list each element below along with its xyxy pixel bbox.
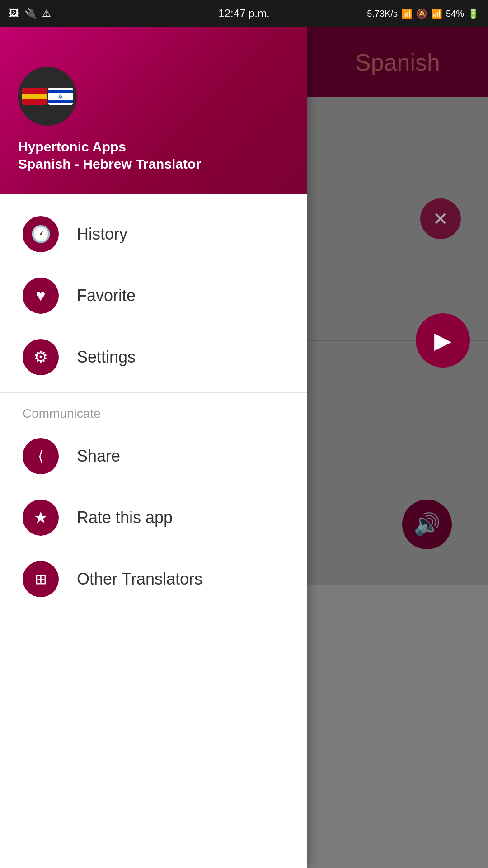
status-bar: 🖼 🔌 ⚠ 12:47 p.m. 5.73K/s 📶 🔕 📶 54% 🔋: [0, 0, 488, 27]
history-label: History: [77, 225, 127, 244]
flag-stripe-bottom: [48, 100, 73, 103]
play-button[interactable]: ▶: [416, 313, 470, 368]
favorite-icon: ♥: [23, 278, 59, 314]
other-translators-label: Other Translators: [77, 570, 202, 589]
hebrew-flag: ✡: [48, 88, 73, 105]
history-icon: 🕐: [23, 216, 59, 252]
menu-divider: [0, 392, 307, 393]
alert-icon: ⚠: [42, 8, 51, 19]
wifi-icon: 📶: [401, 8, 413, 19]
favorite-label: Favorite: [77, 286, 136, 305]
app-logo: ✡: [18, 67, 77, 126]
network-speed: 5.73K/s: [367, 9, 398, 19]
drawer-app-info: Hypertonic Apps Spanish - Hebrew Transla…: [18, 139, 289, 172]
menu-item-other-translators[interactable]: ⊞ Other Translators: [0, 548, 307, 610]
usb-icon: 🔌: [24, 8, 37, 19]
status-time: 12:47 p.m.: [218, 7, 269, 20]
status-right-icons: 5.73K/s 📶 🔕 📶 54% 🔋: [367, 8, 479, 19]
communicate-section-label: Communicate: [0, 397, 307, 425]
navigation-drawer: ✡ Hypertonic Apps Spanish - Hebrew Trans…: [0, 27, 307, 868]
rate-icon: ★: [23, 500, 59, 536]
signal-icon: 📶: [431, 8, 442, 19]
star-of-david: ✡: [58, 93, 63, 100]
share-label: Share: [77, 447, 120, 466]
battery-percent: 54%: [446, 9, 464, 19]
share-icon: ⟨: [23, 438, 59, 474]
drawer-menu: 🕐 History ♥ Favorite ⚙ Settings Communic…: [0, 194, 307, 868]
menu-item-settings[interactable]: ⚙ Settings: [0, 326, 307, 388]
status-left-icons: 🖼 🔌 ⚠: [9, 8, 51, 19]
main-container: Spanish ✕ ▶ 🔊: [0, 27, 488, 868]
flag-stripe-top: [48, 90, 73, 93]
rate-label: Rate this app: [77, 508, 173, 527]
image-icon: 🖼: [9, 8, 19, 19]
logo-flags: ✡: [18, 67, 77, 126]
company-name: Hypertonic Apps: [18, 139, 289, 155]
menu-item-rate[interactable]: ★ Rate this app: [0, 487, 307, 548]
menu-item-history[interactable]: 🕐 History: [0, 203, 307, 265]
settings-label: Settings: [77, 348, 136, 367]
app-name: Spanish - Hebrew Translator: [18, 156, 289, 172]
settings-icon: ⚙: [23, 339, 59, 375]
menu-item-share[interactable]: ⟨ Share: [0, 425, 307, 487]
mute-icon: 🔕: [416, 8, 427, 19]
spanish-flag: [22, 88, 47, 105]
drawer-header: ✡ Hypertonic Apps Spanish - Hebrew Trans…: [0, 27, 307, 194]
menu-item-favorite[interactable]: ♥ Favorite: [0, 265, 307, 326]
other-translators-icon: ⊞: [23, 561, 59, 597]
battery-icon: 🔋: [468, 8, 479, 19]
